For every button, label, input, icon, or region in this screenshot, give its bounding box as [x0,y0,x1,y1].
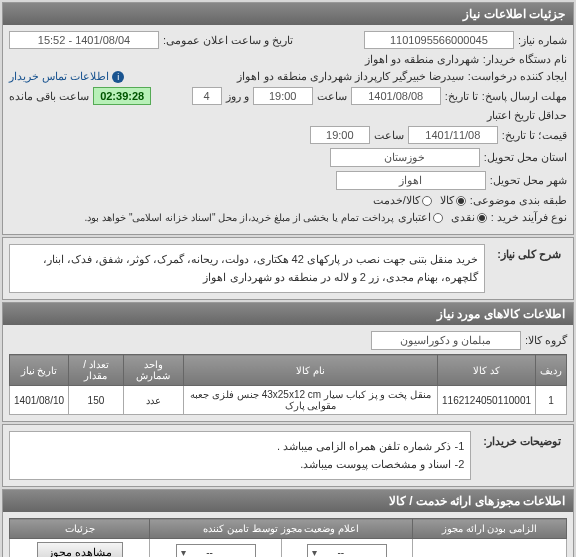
permits-table: الزامی بودن ارائه مجوز اعلام وضعیت مجوز … [9,518,567,557]
table-row: 11162124050110001منقل پخت و پز کباب سیار… [10,386,567,415]
contact-text: اطلاعات تماس خریدار [9,70,109,83]
radio-goods[interactable]: کالا [440,194,466,207]
province-label: استان محل تحویل: [484,151,567,164]
timer-value: 02:39:28 [93,87,151,105]
view-permit-button[interactable]: مشاهده مجوز [37,542,123,557]
permit-row: -- -- مشاهده مجوز [10,539,567,557]
need-no-label: شماره نیاز: [518,34,567,47]
validity-label: حداقل تاریخ اعتبار [487,109,567,122]
desc-text: خرید منقل بتنی جهت نصب در پارکهای 42 هکت… [9,244,485,293]
items-panel: اطلاعات کالاهای مورد نیاز گروه کالا: مبل… [2,302,574,422]
items-col-header: ردیف [536,355,567,386]
need-details-panel: جزئیات اطلاعات نیاز شماره نیاز: 11010955… [2,2,574,235]
process-note: پرداخت تمام یا بخشی از مبلغ خرید،از محل … [85,212,394,223]
time-label-1: ساعت [317,90,347,103]
items-table: ردیفکد کالانام کالاواحد شمارشتعداد / مقد… [9,354,567,415]
note-line-2: 2- اسناد و مشخصات پیوست میباشد. [16,456,464,474]
radio-cash[interactable]: نقدی [451,211,487,224]
radio-service[interactable]: کالا/خدمت [373,194,432,207]
radio-credit[interactable]: اعتباری [398,211,443,224]
items-title: اطلاعات کالاهای مورد نیاز [3,303,573,325]
category-radio-group: کالا کالا/خدمت [373,194,466,207]
day-label: و روز [226,90,249,103]
deadline-time: 19:00 [253,87,313,105]
creator-label: ایجاد کننده درخواست: [468,70,567,83]
city-value: اهواز [336,171,486,190]
city-label: شهر محل تحویل: [490,174,567,187]
items-col-header: تعداد / مقدار [69,355,124,386]
remain-label: ساعت باقی مانده [9,90,89,103]
province-value: خوزستان [330,148,480,167]
desc-label: شرح کلی نیاز: [491,244,567,265]
col-status: اعلام وضعیت مجوز توسط تامین کننده [150,519,413,539]
notes-label: توضیحات خریدار: [477,431,567,452]
status-select-2[interactable]: -- [176,544,256,557]
need-no-value: 1101095566000045 [364,31,514,49]
creator-value: سیدرضا خبیرگیر کارپرداز شهرداری منطقه دو… [237,70,463,83]
days-value: 4 [192,87,222,105]
description-panel: شرح کلی نیاز: خرید منقل بتنی جهت نصب در … [2,237,574,300]
info-icon: i [112,71,124,83]
col-mandatory: الزامی بودن ارائه مجوز [413,519,567,539]
items-col-header: واحد شمارش [123,355,183,386]
time-label-2: ساعت [374,129,404,142]
group-label: گروه کالا: [525,334,567,347]
items-col-header: کد کالا [438,355,536,386]
buyer-notes-panel: توضیحات خریدار: 1- ذکر شماره تلفن همراه … [2,424,574,487]
category-label: طبقه بندی موضوعی: [470,194,567,207]
buyer-label: نام دستگاه خریدار: [483,53,567,66]
process-radio-group: نقدی اعتباری [398,211,487,224]
pub-date-label: تاریخ و ساعت اعلان عمومی: [163,34,293,47]
note-line-1: 1- ذکر شماره تلفن همراه الزامی میباشد . [16,438,464,456]
permits-title: اطلاعات مجوزهای ارائه خدمت / کالا [3,490,573,512]
permits-panel: اطلاعات مجوزهای ارائه خدمت / کالا الزامی… [2,489,574,557]
deadline-sub: تا تاریخ: [445,90,478,103]
items-col-header: تاریخ نیاز [10,355,69,386]
buyer-value: شهرداری منطقه دو اهواز [365,53,479,66]
group-value: مبلمان و دکوراسیون [371,331,521,350]
panel-title: جزئیات اطلاعات نیاز [3,3,573,25]
notes-box: 1- ذکر شماره تلفن همراه الزامی میباشد . … [9,431,471,480]
process-label: نوع فرآیند خرید : [491,211,567,224]
validity-time: 19:00 [310,126,370,144]
deadline-date: 1401/08/08 [351,87,441,105]
validity-date: 1401/11/08 [408,126,498,144]
status-select-1[interactable]: -- [307,544,387,557]
pub-date-value: 1401/08/04 - 15:52 [9,31,159,49]
col-details: جزئیات [10,519,150,539]
contact-link[interactable]: i اطلاعات تماس خریدار [9,70,124,83]
deadline-label: مهلت ارسال پاسخ: [482,90,567,103]
validity-sub: قیمت؛ تا تاریخ: [502,129,567,142]
items-col-header: نام کالا [184,355,438,386]
